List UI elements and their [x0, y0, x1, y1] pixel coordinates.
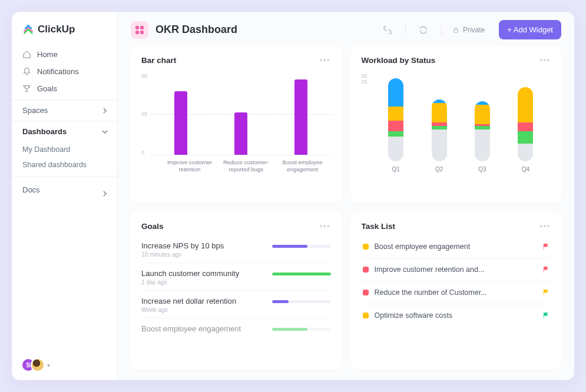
task-name: Reduce the number of Customer...: [375, 288, 537, 297]
progress-bar: [272, 328, 331, 331]
card-title: Task List: [362, 222, 396, 231]
bar: [174, 91, 187, 155]
card-title: Goals: [141, 222, 164, 231]
bar-segment: [518, 131, 533, 144]
card-menu-icon[interactable]: •••: [539, 222, 551, 231]
flag-icon: [542, 243, 549, 250]
primary-nav: Home Notifications Goals: [12, 44, 117, 99]
progress-fill: [272, 300, 289, 303]
bar-segment: [518, 144, 533, 161]
goal-name: Increase net dollar retention: [141, 297, 265, 305]
lock-icon: [452, 26, 459, 34]
stacked-bar: [432, 99, 447, 161]
nav-notifications[interactable]: Notifications: [12, 63, 117, 80]
divider: [405, 25, 406, 35]
status-square-icon: [363, 290, 369, 295]
section-spaces[interactable]: Spaces: [12, 99, 117, 121]
task-name: Optimize software costs: [375, 311, 537, 320]
bar-segment: [388, 137, 403, 161]
bar: [294, 79, 307, 155]
goal-time: 10 minutes ago: [141, 251, 265, 258]
task-row[interactable]: Boost employee engagement: [362, 235, 551, 258]
chevron-down-icon: ▾: [47, 362, 50, 368]
nav-home[interactable]: Home: [12, 46, 117, 63]
home-icon: [22, 50, 31, 59]
card-menu-icon[interactable]: •••: [320, 57, 331, 65]
card-goals: Goals ••• Increase NPS by 10 bps 10 minu…: [131, 212, 342, 370]
goal-row[interactable]: Increase net dollar retention Week ago: [141, 291, 331, 318]
goal-row[interactable]: Boost employee engagement: [141, 318, 331, 339]
sidebar-item-my-dashboard[interactable]: My Dashboard: [12, 142, 117, 157]
dashboard-icon: [131, 21, 148, 39]
task-name: Boost employee engagement: [375, 242, 537, 251]
private-label: Private: [463, 26, 485, 34]
x-axis: Q1Q2Q3Q4: [371, 166, 551, 172]
y-tick: 50: [141, 73, 147, 79]
nav-goals[interactable]: Goals: [12, 80, 117, 97]
add-widget-button[interactable]: + Add Widget: [499, 20, 561, 39]
widget-grid: Bar chart ••• 50250 Improve customer ret…: [118, 46, 574, 380]
task-row[interactable]: Optimize software costs: [362, 304, 551, 327]
goal-name: Launch customer community: [141, 269, 265, 278]
svg-rect-0: [453, 29, 458, 32]
topbar: OKR Dashboard Private + Add Widget: [118, 12, 574, 46]
stacked-bar: [388, 78, 403, 161]
brand: ClickUp: [12, 18, 117, 44]
section-label: Spaces: [22, 106, 48, 115]
task-row[interactable]: Reduce the number of Customer...: [362, 281, 551, 304]
stacked-chart-plot: [371, 73, 551, 161]
y-tick: 0: [141, 150, 147, 155]
progress-bar: [272, 245, 331, 248]
y-tick: 25: [362, 79, 368, 85]
flag-icon: [542, 312, 549, 319]
bar-segment: [518, 87, 533, 122]
bar-segment: [475, 105, 490, 124]
goal-time: 1 day ago: [141, 279, 265, 285]
bar-segment: [388, 121, 403, 131]
bar-segment: [432, 129, 447, 161]
x-tick: Q2: [418, 166, 461, 172]
y-axis: 50250: [141, 73, 151, 155]
task-name: Improve customer retention and...: [375, 265, 537, 274]
x-tick: Reduce customer-reported bugs: [218, 159, 274, 173]
x-tick: Q1: [375, 166, 418, 172]
y-tick: 50: [362, 73, 368, 79]
main-content: OKR Dashboard Private + Add Widget Bar c…: [118, 12, 574, 380]
bar-segment: [388, 107, 403, 121]
goal-time: Week ago: [141, 307, 265, 313]
x-tick: Q3: [461, 166, 504, 172]
bell-icon: [22, 67, 31, 76]
card-menu-icon[interactable]: •••: [539, 57, 551, 65]
progress-fill: [272, 273, 331, 275]
sidebar-item-shared-dashboards[interactable]: Shared dashboards: [12, 157, 117, 172]
flag-icon: [542, 289, 549, 296]
card-title: Workload by Status: [362, 56, 436, 65]
nav-label: Goals: [37, 84, 57, 93]
progress-bar: [272, 300, 331, 303]
section-docs[interactable]: Docs: [12, 176, 117, 202]
goal-list: Increase NPS by 10 bps 10 minutes ago La…: [141, 235, 331, 339]
stacked-bar: [475, 101, 490, 161]
status-square-icon: [363, 267, 369, 273]
refresh-icon[interactable]: [419, 25, 428, 35]
goal-name: Boost employee engagement: [141, 324, 265, 333]
bar: [234, 112, 247, 155]
task-row[interactable]: Improve customer retention and...: [362, 258, 551, 281]
goal-row[interactable]: Launch customer community 1 day ago: [141, 263, 331, 291]
clickup-logo-icon: [22, 24, 34, 35]
section-dashboards[interactable]: Dashboards: [12, 121, 117, 142]
avatar: [31, 358, 45, 372]
card-title: Bar chart: [141, 56, 176, 65]
goal-name: Increase NPS by 10 bps: [141, 241, 265, 250]
visibility-toggle[interactable]: Private: [452, 26, 485, 34]
goal-row[interactable]: Increase NPS by 10 bps 10 minutes ago: [141, 235, 331, 263]
x-tick: Q4: [504, 166, 547, 172]
expand-icon[interactable]: [383, 25, 392, 35]
bar-segment: [432, 103, 447, 122]
user-avatars[interactable]: S ▾: [21, 358, 50, 372]
bar-segment: [388, 131, 403, 137]
y-tick: 25: [141, 111, 147, 117]
app-window: ClickUp Home Notifications Goals Spaces …: [12, 12, 574, 380]
card-menu-icon[interactable]: •••: [320, 222, 331, 231]
bar-segment: [475, 129, 490, 161]
